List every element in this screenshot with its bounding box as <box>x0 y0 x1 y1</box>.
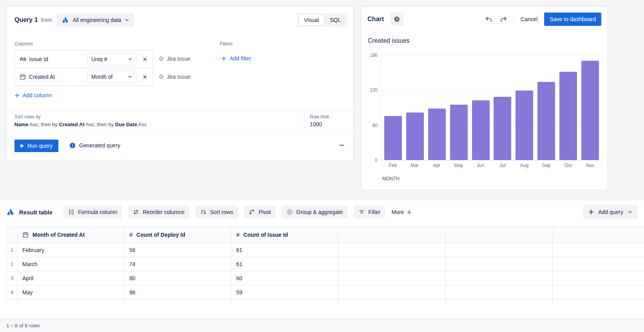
bar-may[interactable] <box>450 105 468 160</box>
aggregation-value: Month of <box>91 74 112 80</box>
table-cell[interactable]: 74 <box>125 257 232 271</box>
table-row: 2March7461 <box>7 257 644 271</box>
bar-mar[interactable] <box>406 112 424 160</box>
cancel-button[interactable]: Cancel <box>519 16 539 22</box>
tab-visual[interactable]: Visual <box>298 14 324 26</box>
more-label: More <box>391 209 404 215</box>
datasource-dropdown[interactable]: All engineering data <box>57 13 134 27</box>
bar-nov[interactable] <box>581 61 599 160</box>
table-cell[interactable]: May <box>18 285 125 299</box>
info-icon <box>69 142 76 149</box>
chart-area: 060120180 FebMarAprMayJunJulAugSepOctNov… <box>367 49 602 186</box>
result-table-title-group: Result table <box>6 208 52 216</box>
table-cell[interactable]: 96 <box>125 285 232 299</box>
add-query-button[interactable]: Add query <box>583 205 638 219</box>
x-axis-tick-label: Aug <box>516 163 533 168</box>
plot-area <box>381 55 602 160</box>
pivot-icon <box>249 209 255 215</box>
bar-oct[interactable] <box>559 72 577 160</box>
group-aggregate-button[interactable]: Group & aggregate <box>282 206 347 218</box>
save-to-dashboard-button[interactable]: Save to dashboard <box>544 13 601 26</box>
chevron-down-icon <box>125 18 129 22</box>
chevron-down-icon <box>628 210 632 214</box>
undo-button[interactable] <box>484 15 494 24</box>
table-cell[interactable]: 58 <box>232 299 338 305</box>
aggregation-select[interactable]: Uniq # <box>87 53 137 65</box>
add-column-button[interactable]: Add column <box>14 92 52 98</box>
table-row: 5June10058 <box>7 299 644 305</box>
more-button[interactable]: More <box>391 209 412 215</box>
bar-feb[interactable] <box>384 116 402 160</box>
filters-label: Filters <box>220 41 233 47</box>
empty-cell <box>338 271 446 285</box>
filter-button[interactable]: Filter <box>354 206 385 218</box>
result-section: Result table Formula column Reorder colu… <box>0 200 644 332</box>
remove-column-button[interactable] <box>142 74 148 80</box>
close-icon <box>143 57 147 62</box>
table-cell[interactable]: 61 <box>232 243 338 257</box>
table-cell[interactable]: 60 <box>232 271 338 285</box>
x-axis-tick-label: Jul <box>494 163 511 168</box>
table-cell[interactable]: April <box>18 271 125 285</box>
column-name: Issue Id <box>29 56 87 62</box>
result-table-wrap[interactable]: Month of Created At#Count of Deploy Id#C… <box>6 226 644 305</box>
table-cell[interactable]: June <box>18 299 125 305</box>
table-cell[interactable]: 56 <box>125 243 232 257</box>
x-axis-tick-label: Feb <box>384 163 402 168</box>
table-cell[interactable]: February <box>18 243 125 257</box>
bar-aug[interactable] <box>516 91 533 160</box>
bar-jul[interactable] <box>494 97 511 160</box>
column-header-label: Count of Deploy Id <box>136 232 185 238</box>
bar-sep[interactable] <box>537 82 555 160</box>
aggregation-select[interactable]: Month of <box>87 71 137 83</box>
table-cell[interactable]: 100 <box>125 299 232 305</box>
generated-query[interactable]: Generated query <box>69 142 120 149</box>
table-corner-cell <box>7 227 18 243</box>
x-axis-title: MONTH <box>382 176 400 181</box>
bar-apr[interactable] <box>428 109 446 160</box>
column-source-label: Jira Issue <box>167 74 190 80</box>
bar-jun[interactable] <box>472 100 490 160</box>
row-number: 3 <box>7 271 18 285</box>
x-axis-tick-label: May <box>450 163 467 168</box>
row-limit-value[interactable]: 1000 <box>310 121 322 127</box>
empty-cell <box>446 257 553 271</box>
empty-cell <box>338 299 446 305</box>
column-header-label: Count of Issue Id <box>243 232 288 238</box>
empty-column-header <box>446 227 553 243</box>
add-filter-label: Add filter <box>230 55 251 62</box>
table-row: 4May9659 <box>7 285 644 299</box>
add-filter-button[interactable]: Add filter <box>221 55 251 62</box>
column-source: Jira Issue <box>159 50 190 67</box>
table-cell[interactable]: March <box>18 257 125 271</box>
redo-button[interactable] <box>499 15 508 24</box>
collapse-panel-button[interactable] <box>338 142 346 149</box>
sort-rows-icon <box>200 209 206 215</box>
remove-column-button[interactable] <box>142 56 148 62</box>
query-column-row: AbIssue IdUniq # <box>15 50 153 68</box>
table-cell[interactable]: 80 <box>125 271 232 285</box>
formula-column-button[interactable]: Formula column <box>63 206 122 218</box>
empty-cell <box>338 257 446 271</box>
table-row: 3April8060 <box>7 271 644 285</box>
result-table: Month of Created At#Count of Deploy Id#C… <box>6 226 644 305</box>
chart-settings-button[interactable] <box>390 13 403 26</box>
pivot-button[interactable]: Pivot <box>244 206 275 218</box>
number-type-icon: # <box>129 231 132 238</box>
table-cell[interactable]: 61 <box>232 257 338 271</box>
column-header[interactable]: #Count of Issue Id <box>232 227 338 243</box>
bar-series <box>381 55 602 160</box>
table-cell[interactable]: 59 <box>232 285 338 299</box>
chevron-down-icon <box>128 74 132 79</box>
empty-cell <box>553 271 644 285</box>
column-header[interactable]: Month of Created At <box>18 227 125 243</box>
result-toolbar: Result table Formula column Reorder colu… <box>6 205 638 219</box>
tab-sql[interactable]: SQL <box>324 14 346 26</box>
reorder-columns-icon <box>133 209 139 215</box>
run-query-button[interactable]: Run query <box>14 140 58 152</box>
sort-rows-button[interactable]: Sort rows <box>195 206 238 218</box>
column-header[interactable]: #Count of Deploy Id <box>125 227 232 243</box>
run-query-label: Run query <box>27 143 53 149</box>
reorder-columns-button[interactable]: Reorder columns <box>128 206 189 218</box>
plus-icon <box>407 210 412 215</box>
